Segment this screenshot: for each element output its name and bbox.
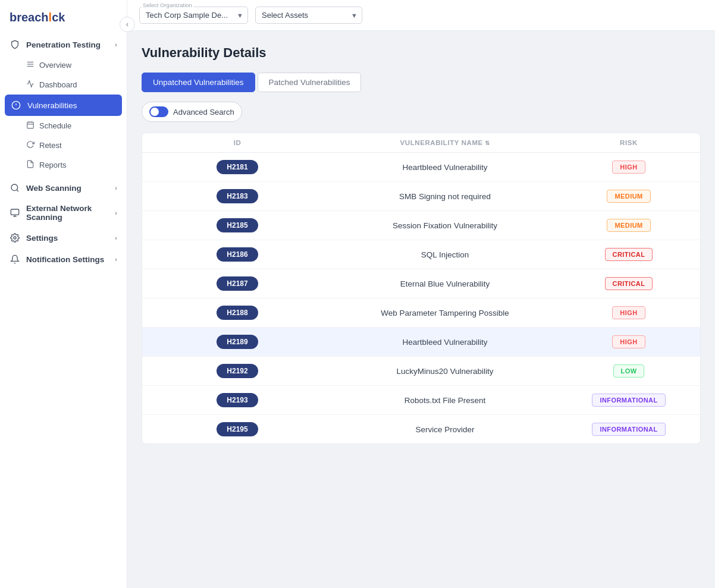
external-network-icon: [10, 207, 20, 218]
id-badge: H2186: [217, 247, 258, 262]
main-content: Select Organization Tech Corp Sample De.…: [127, 0, 715, 588]
logo: breachlck: [0, 0, 127, 32]
sidebar-item-dashboard-label: Dashboard: [39, 80, 77, 89]
tab-patched-vulnerabilities[interactable]: Patched Vulnerabilities: [258, 73, 362, 92]
table-row[interactable]: H2188 Web Parameter Tampering Possible H…: [142, 298, 700, 328]
sort-icon[interactable]: ⇅: [485, 140, 490, 146]
dashboard-icon: [26, 80, 35, 90]
assets-select[interactable]: Select Assets: [255, 7, 362, 24]
id-badge: H2188: [217, 306, 258, 320]
id-badge: H2193: [217, 393, 258, 407]
vulnerability-name: Eternal Blue Vulnerability: [321, 279, 569, 288]
sidebar-item-notification-settings-label: Notification Settings: [26, 255, 104, 264]
risk-badge: MEDIUM: [607, 219, 650, 232]
risk-badge: HIGH: [612, 306, 645, 319]
id-badge: H2181: [217, 160, 258, 174]
table-row[interactable]: H2183 SMB Signing not required MEDIUM: [142, 182, 700, 211]
id-cell: H2189: [154, 335, 321, 349]
sidebar-item-penetration-testing[interactable]: Penetration Testing ›: [0, 34, 127, 55]
toggle-knob: [150, 108, 159, 116]
risk-cell: HIGH: [569, 335, 688, 348]
table-body: H2181 Heartbleed Vulnerability HIGH H218…: [142, 153, 700, 444]
tab-unpatched-vulnerabilities[interactable]: Unpatched Vulnerabilities: [142, 73, 255, 92]
chevron-right-icon-4: ›: [115, 256, 117, 263]
toggle-switch[interactable]: [149, 106, 168, 117]
sidebar: breachlck ‹ Penetration Testing › Overvi…: [0, 0, 127, 588]
retest-icon: [26, 140, 35, 150]
tabs-container: Unpatched Vulnerabilities Patched Vulner…: [142, 73, 701, 92]
table-header: ID VULNERABILITY NAME ⇅ RISK: [142, 133, 700, 153]
sidebar-item-overview[interactable]: Overview: [0, 55, 127, 75]
table-row[interactable]: H2192 LuckyMinus20 Vulnerability LOW: [142, 357, 700, 386]
shield-icon: [10, 39, 20, 50]
svg-rect-6: [27, 122, 34, 128]
advanced-search-toggle[interactable]: Advanced Search: [142, 102, 242, 122]
id-badge: H2192: [217, 364, 258, 378]
table-row[interactable]: H2185 Session Fixation Vulnerability MED…: [142, 211, 700, 240]
svg-point-15: [14, 237, 16, 239]
vulnerability-name: Web Parameter Tampering Possible: [321, 309, 569, 317]
table-row[interactable]: H2195 Service Provider INFORMATIONAL: [142, 415, 700, 444]
org-select[interactable]: Tech Corp Sample De...: [139, 7, 248, 24]
vulnerability-name: LuckyMinus20 Vulnerability: [321, 367, 569, 376]
id-cell: H2188: [154, 306, 321, 320]
risk-badge: INFORMATIONAL: [592, 394, 665, 407]
svg-point-10: [11, 184, 18, 191]
vulnerability-name: SMB Signing not required: [321, 192, 569, 201]
overview-icon: [26, 60, 35, 70]
risk-cell: CRITICAL: [569, 277, 688, 290]
id-cell: H2183: [154, 189, 321, 203]
risk-badge: LOW: [613, 364, 645, 378]
sidebar-item-retest-label: Retest: [39, 141, 62, 150]
id-cell: H2193: [154, 393, 321, 407]
table-row[interactable]: H2186 SQL Injection CRITICAL: [142, 240, 700, 269]
chevron-right-icon-3: ›: [115, 234, 117, 241]
col-header-name: VULNERABILITY NAME ⇅: [321, 139, 569, 146]
table-row[interactable]: H2193 Robots.txt File Present INFORMATIO…: [142, 386, 700, 415]
col-header-risk: RISK: [569, 139, 688, 146]
table-row[interactable]: H2187 Eternal Blue Vulnerability CRITICA…: [142, 269, 700, 298]
sidebar-item-settings-label: Settings: [26, 234, 58, 243]
sidebar-item-web-scanning[interactable]: Web Scanning ›: [0, 177, 127, 199]
sidebar-item-schedule-label: Schedule: [39, 121, 71, 130]
advanced-search-label: Advanced Search: [173, 108, 234, 117]
vulnerabilities-icon: [11, 100, 21, 111]
page-content: Vulnerability Details Unpatched Vulnerab…: [127, 31, 715, 588]
vulnerability-name: SQL Injection: [321, 250, 569, 259]
risk-cell: HIGH: [569, 161, 688, 174]
chevron-right-icon-2: ›: [115, 209, 117, 216]
id-badge: H2189: [217, 335, 258, 349]
id-cell: H2186: [154, 247, 321, 262]
risk-badge: INFORMATIONAL: [592, 423, 665, 436]
table-row[interactable]: H2189 Heartbleed Vulnerability HIGH: [142, 328, 700, 357]
page-title: Vulnerability Details: [142, 45, 701, 61]
top-bar: Select Organization Tech Corp Sample De.…: [127, 0, 715, 31]
sidebar-item-vulnerabilities[interactable]: Vulnerabilities: [5, 95, 122, 116]
sidebar-item-web-scanning-label: Web Scanning: [26, 184, 81, 193]
vulnerability-name: Service Provider: [321, 425, 569, 434]
id-cell: H2185: [154, 218, 321, 232]
table-row[interactable]: H2181 Heartbleed Vulnerability HIGH: [142, 153, 700, 182]
sidebar-item-notification-settings[interactable]: Notification Settings ›: [0, 249, 127, 270]
sidebar-item-retest[interactable]: Retest: [0, 136, 127, 155]
id-cell: H2187: [154, 276, 321, 291]
risk-cell: MEDIUM: [569, 219, 688, 232]
org-select-label: Select Organization: [142, 2, 193, 8]
sidebar-item-vulnerabilities-label: Vulnerabilities: [27, 101, 77, 110]
risk-cell: MEDIUM: [569, 190, 688, 203]
reports-icon: [26, 160, 35, 170]
sidebar-item-reports[interactable]: Reports: [0, 155, 127, 175]
sidebar-item-settings[interactable]: Settings ›: [0, 227, 127, 249]
vulnerability-table: ID VULNERABILITY NAME ⇅ RISK H2181 Heart…: [142, 133, 701, 444]
sidebar-collapse-button[interactable]: ‹: [120, 17, 135, 32]
svg-rect-12: [11, 209, 18, 215]
sidebar-item-dashboard[interactable]: Dashboard: [0, 75, 127, 95]
sidebar-item-external-network-scanning[interactable]: External Network Scanning ›: [0, 199, 127, 227]
id-badge: H2185: [217, 218, 258, 232]
assets-select-wrapper: Select Assets ▼: [255, 7, 362, 24]
id-cell: H2181: [154, 160, 321, 174]
notification-icon: [10, 254, 20, 265]
risk-badge: HIGH: [612, 161, 645, 174]
sidebar-item-schedule[interactable]: Schedule: [0, 116, 127, 136]
svg-line-11: [17, 190, 18, 191]
